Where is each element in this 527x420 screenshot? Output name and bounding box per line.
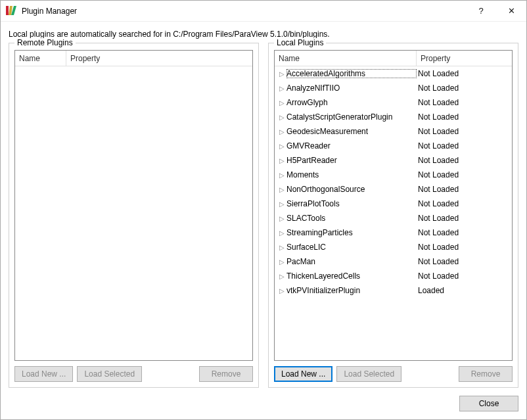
plugin-property: Not Loaded [417, 127, 512, 136]
help-button[interactable]: ? [466, 1, 496, 22]
plugin-property: Not Loaded [417, 185, 512, 194]
plugin-manager-window: Plugin Manager ? ✕ Local plugins are aut… [0, 0, 527, 420]
plugin-name: CatalystScriptGeneratorPlugin [286, 112, 417, 122]
remote-plugins-group: Remote Plugins Name Property Load New ..… [9, 43, 259, 388]
plugin-row[interactable]: ▷SurfaceLICNot Loaded [275, 240, 512, 254]
plugin-row[interactable]: ▷GMVReaderNot Loaded [275, 139, 512, 153]
plugin-property: Not Loaded [417, 257, 512, 266]
remote-remove-button[interactable]: Remove [199, 366, 253, 382]
plugin-row[interactable]: ▷H5PartReaderNot Loaded [275, 153, 512, 168]
local-remove-button[interactable]: Remove [459, 366, 513, 382]
local-header-property[interactable]: Property [417, 51, 512, 66]
expand-icon[interactable]: ▷ [275, 157, 286, 164]
expand-icon[interactable]: ▷ [275, 85, 286, 92]
plugin-property: Not Loaded [417, 243, 512, 252]
local-tree-header: Name Property [275, 51, 512, 66]
plugin-property: Not Loaded [417, 141, 512, 151]
plugin-property: Not Loaded [417, 112, 512, 122]
expand-icon[interactable]: ▷ [275, 143, 286, 150]
plugin-row[interactable]: ▷PacManNot Loaded [275, 254, 512, 269]
remote-header-name[interactable]: Name [15, 51, 66, 66]
plugin-property: Not Loaded [417, 199, 512, 208]
local-header-name[interactable]: Name [275, 51, 417, 66]
expand-icon[interactable]: ▷ [275, 287, 286, 294]
remote-header-property[interactable]: Property [66, 51, 252, 66]
plugin-name: SurfaceLIC [286, 243, 417, 252]
local-load-selected-button[interactable]: Load Selected [336, 366, 401, 382]
panels: Remote Plugins Name Property Load New ..… [9, 43, 518, 388]
plugin-name: GMVReader [286, 141, 417, 151]
plugin-name: vtkPVInitializerPlugin [286, 286, 417, 295]
titlebar: Plugin Manager ? ✕ [1, 1, 526, 22]
local-plugins-tree[interactable]: Name Property ▷AcceleratedAlgorithmsNot … [274, 50, 513, 361]
expand-icon[interactable]: ▷ [275, 99, 286, 106]
plugin-name: ArrowGlyph [286, 98, 417, 107]
search-path-text: Local plugins are automatically searched… [9, 30, 518, 39]
window-close-button[interactable]: ✕ [496, 1, 526, 22]
window-title: Plugin Manager [22, 7, 77, 16]
plugin-row[interactable]: ▷AcceleratedAlgorithmsNot Loaded [275, 66, 512, 81]
plugin-name: ThickenLayeredCells [286, 271, 417, 281]
remote-plugins-legend: Remote Plugins [14, 38, 76, 47]
plugin-name: SLACTools [286, 214, 417, 223]
dialog-footer: Close [1, 392, 526, 419]
plugin-name: NonOrthogonalSource [286, 185, 417, 194]
plugin-property: Not Loaded [417, 98, 512, 107]
plugin-row[interactable]: ▷GeodesicMeasurementNot Loaded [275, 124, 512, 139]
plugin-row[interactable]: ▷StreamingParticlesNot Loaded [275, 225, 512, 240]
plugin-name: AcceleratedAlgorithms [286, 69, 417, 78]
plugin-name: GeodesicMeasurement [286, 127, 417, 136]
local-buttons: Load New ... Load Selected Remove [274, 366, 513, 382]
plugin-property: Not Loaded [417, 170, 512, 179]
plugin-property: Not Loaded [417, 271, 512, 281]
expand-icon[interactable]: ▷ [275, 229, 286, 237]
plugin-row[interactable]: ▷MomentsNot Loaded [275, 168, 512, 182]
expand-icon[interactable]: ▷ [275, 215, 286, 222]
expand-icon[interactable]: ▷ [275, 114, 286, 121]
expand-icon[interactable]: ▷ [275, 128, 286, 135]
plugin-name: Moments [286, 170, 417, 179]
remote-load-new-button[interactable]: Load New ... [14, 366, 73, 382]
plugin-row[interactable]: ▷SLACToolsNot Loaded [275, 211, 512, 225]
expand-icon[interactable]: ▷ [275, 273, 286, 280]
plugin-property: Not Loaded [417, 83, 512, 93]
remote-plugins-tree[interactable]: Name Property [14, 50, 253, 361]
plugin-name: StreamingParticles [286, 228, 417, 237]
plugin-row[interactable]: ▷CatalystScriptGeneratorPluginNot Loaded [275, 110, 512, 124]
expand-icon[interactable]: ▷ [275, 258, 286, 266]
remote-tree-header: Name Property [15, 51, 252, 66]
plugin-property: Loaded [417, 286, 512, 295]
expand-icon[interactable]: ▷ [275, 186, 286, 193]
expand-icon[interactable]: ▷ [275, 244, 286, 251]
plugin-name: H5PartReader [286, 156, 417, 165]
plugin-property: Not Loaded [417, 156, 512, 165]
local-plugins-legend: Local Plugins [274, 38, 326, 47]
plugin-row[interactable]: ▷NonOrthogonalSourceNot Loaded [275, 182, 512, 197]
plugin-property: Not Loaded [417, 214, 512, 223]
close-button[interactable]: Close [459, 396, 518, 411]
plugin-name: SierraPlotTools [286, 199, 417, 208]
plugin-row[interactable]: ▷SierraPlotToolsNot Loaded [275, 197, 512, 211]
plugin-row[interactable]: ▷ThickenLayeredCellsNot Loaded [275, 269, 512, 283]
content-area: Local plugins are automatically searched… [1, 22, 526, 392]
plugin-row[interactable]: ▷ArrowGlyphNot Loaded [275, 95, 512, 110]
local-plugins-group: Local Plugins Name Property ▷Accelerated… [268, 43, 518, 388]
plugin-name: PacMan [286, 257, 417, 266]
local-load-new-button[interactable]: Load New ... [274, 366, 332, 382]
expand-icon[interactable]: ▷ [275, 172, 286, 179]
plugin-row[interactable]: ▷AnalyzeNIfTIIONot Loaded [275, 81, 512, 95]
plugin-property: Not Loaded [417, 69, 512, 78]
expand-icon[interactable]: ▷ [275, 200, 286, 208]
remote-buttons: Load New ... Load Selected Remove [14, 366, 253, 382]
expand-icon[interactable]: ▷ [275, 70, 286, 78]
plugin-row[interactable]: ▷vtkPVInitializerPluginLoaded [275, 283, 512, 298]
paraview-icon [6, 6, 16, 16]
plugin-property: Not Loaded [417, 228, 512, 237]
remote-load-selected-button[interactable]: Load Selected [77, 366, 142, 382]
plugin-name: AnalyzeNIfTIIO [286, 83, 417, 93]
